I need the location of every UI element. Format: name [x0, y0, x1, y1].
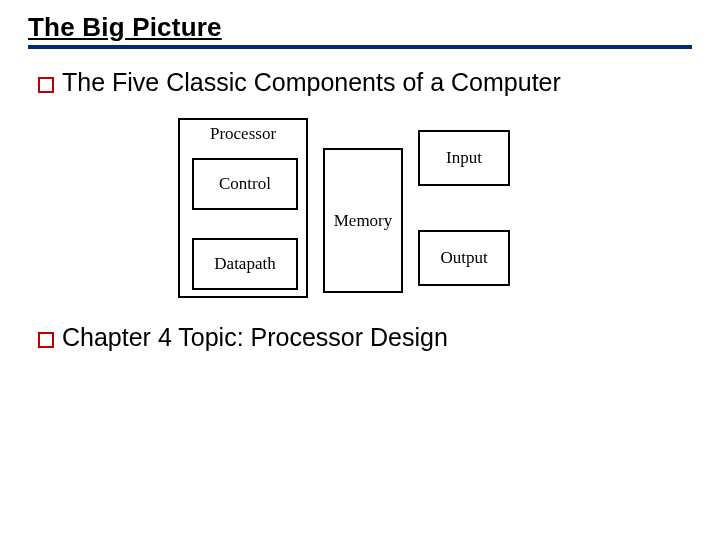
- datapath-box: Datapath: [192, 238, 298, 290]
- bullet-1: The Five Classic Components of a Compute…: [38, 67, 692, 98]
- title-underline-rule: The Big Picture: [28, 12, 692, 49]
- control-label: Control: [219, 174, 271, 194]
- slide: The Big Picture The Five Classic Compone…: [0, 0, 720, 540]
- input-label: Input: [446, 148, 482, 168]
- input-box: Input: [418, 130, 510, 186]
- components-diagram: Processor Control Datapath Memory Input …: [178, 118, 518, 298]
- bullet-square-icon: [38, 332, 54, 348]
- processor-label: Processor: [210, 124, 276, 144]
- bullet-1-text: The Five Classic Components of a Compute…: [62, 67, 561, 98]
- memory-box: Memory: [323, 148, 403, 293]
- memory-label: Memory: [334, 211, 393, 231]
- bullet-2-text: Chapter 4 Topic: Processor Design: [62, 322, 448, 353]
- output-label: Output: [440, 248, 487, 268]
- bullet-2: Chapter 4 Topic: Processor Design: [38, 322, 692, 353]
- processor-box: Processor Control Datapath: [178, 118, 308, 298]
- datapath-label: Datapath: [214, 254, 275, 274]
- output-box: Output: [418, 230, 510, 286]
- control-box: Control: [192, 158, 298, 210]
- slide-title: The Big Picture: [28, 12, 692, 43]
- bullet-square-icon: [38, 77, 54, 93]
